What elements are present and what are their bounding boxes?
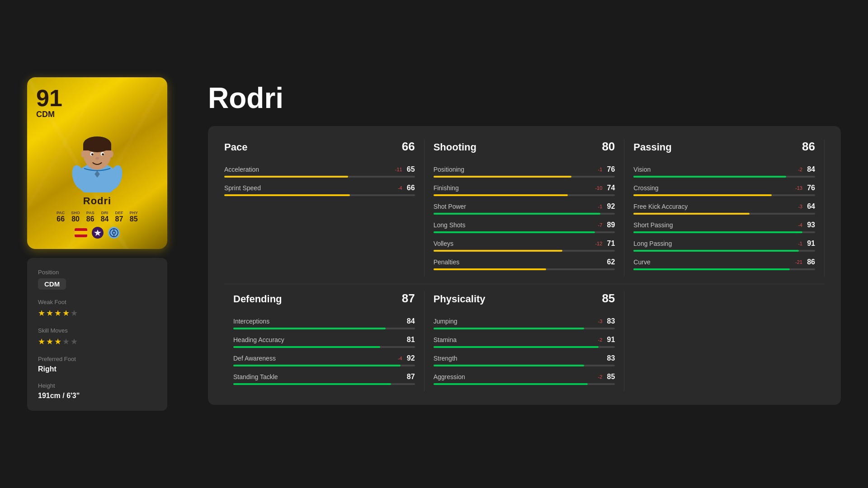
player-card: 91 CDM bbox=[27, 77, 167, 249]
stat-item: Sprint Speed-466 bbox=[224, 184, 415, 196]
stat-bar-fill bbox=[434, 176, 571, 178]
player-name-title: Rodri bbox=[208, 84, 841, 113]
stat-bar-fill bbox=[434, 328, 584, 329]
main-area: Rodri Pace 66 Acceleration-1165Sprint Sp… bbox=[208, 84, 841, 405]
stat-bar-bg bbox=[434, 250, 615, 252]
stat-item: Vision-284 bbox=[633, 165, 815, 178]
stat-bar-fill bbox=[434, 250, 562, 252]
stat-number: 76 bbox=[604, 165, 615, 174]
stat-number: 89 bbox=[604, 221, 615, 229]
stat-name: Sprint Speed bbox=[224, 184, 261, 192]
pace-value: 66 bbox=[402, 140, 415, 154]
stat-item: Penalties62 bbox=[434, 258, 615, 270]
stat-right: -1074 bbox=[595, 184, 615, 192]
stat-bar-bg bbox=[633, 250, 815, 252]
stat-modifier: -2 bbox=[598, 374, 603, 380]
stat-item: Acceleration-1165 bbox=[224, 165, 415, 178]
stat-row: Strength83 bbox=[434, 354, 615, 362]
stat-item: Long Shots-789 bbox=[434, 221, 615, 233]
stat-number: 84 bbox=[804, 165, 815, 174]
stat-bar-fill bbox=[633, 268, 789, 270]
stat-row: Jumping-383 bbox=[434, 317, 615, 325]
stat-row: Def Awareness-492 bbox=[233, 354, 415, 362]
stat-right: -383 bbox=[598, 317, 615, 325]
svg-point-8 bbox=[102, 153, 104, 155]
stat-name: Curve bbox=[633, 258, 650, 266]
stat-modifier: -11 bbox=[395, 167, 402, 172]
physicality-title: Physicality bbox=[434, 293, 486, 305]
stat-right: 84 bbox=[404, 317, 415, 325]
player-svg bbox=[61, 122, 133, 192]
passing-value: 86 bbox=[802, 140, 815, 154]
preferred-foot-row: Preferred Foot Right bbox=[38, 356, 156, 373]
stat-item: Heading Accuracy81 bbox=[233, 336, 415, 348]
svg-rect-4 bbox=[83, 144, 111, 150]
position-row: Position CDM bbox=[38, 269, 156, 290]
passing-stats: Vision-284Crossing-1376Free Kick Accurac… bbox=[633, 165, 815, 270]
stat-number: 66 bbox=[404, 184, 415, 192]
stat-bar-fill bbox=[434, 346, 599, 348]
stat-name: Long Shots bbox=[434, 221, 466, 229]
weak-foot-stars: ★★★★★ bbox=[38, 308, 156, 318]
card-stats-row: PAC 66 SHO 80 PAS 86 DRI 84 DEF 87 PHY 8… bbox=[57, 211, 138, 223]
stat-bar-bg bbox=[633, 194, 815, 196]
empty-category bbox=[624, 291, 825, 391]
stat-name: Positioning bbox=[434, 166, 465, 173]
svg-marker-15 bbox=[94, 230, 101, 236]
stat-right: 83 bbox=[604, 354, 615, 362]
weak-foot-label: Weak Foot bbox=[38, 299, 156, 305]
stat-name: Aggression bbox=[434, 373, 465, 380]
stat-number: 62 bbox=[604, 258, 615, 266]
stat-bar-fill bbox=[233, 383, 391, 385]
defending-header: Defending 87 bbox=[233, 291, 415, 309]
stat-bar-bg bbox=[224, 194, 415, 196]
stat-modifier: -1 bbox=[598, 204, 603, 209]
stat-right: -1271 bbox=[595, 239, 615, 248]
stat-bar-bg bbox=[233, 328, 415, 329]
stat-right: -364 bbox=[798, 202, 815, 211]
stat-item: Jumping-383 bbox=[434, 317, 615, 329]
stat-item: Positioning-176 bbox=[434, 165, 615, 178]
stat-bar-fill bbox=[233, 365, 401, 366]
stat-name: Interceptions bbox=[233, 318, 269, 325]
info-panel: Position CDM Weak Foot ★★★★★ Skill Moves… bbox=[27, 258, 167, 411]
stat-row: Volleys-1271 bbox=[434, 239, 615, 248]
stat-modifier: -4 bbox=[398, 356, 402, 361]
physicality-stats: Jumping-383Stamina-291Strength83Aggressi… bbox=[434, 317, 615, 385]
card-player-name: Rodri bbox=[83, 195, 111, 207]
stat-bar-fill bbox=[633, 176, 786, 178]
preferred-foot-label: Preferred Foot bbox=[38, 356, 156, 362]
stat-right: -192 bbox=[598, 202, 615, 211]
stat-modifier: -3 bbox=[798, 204, 802, 209]
defending-title: Defending bbox=[233, 293, 282, 305]
stat-row: Interceptions84 bbox=[233, 317, 415, 325]
pace-stats: Acceleration-1165Sprint Speed-466 bbox=[224, 165, 415, 196]
height-label: Height bbox=[38, 382, 156, 389]
pace-category: Pace 66 Acceleration-1165Sprint Speed-46… bbox=[224, 140, 425, 277]
position-label: Position bbox=[38, 269, 156, 276]
stat-bar-bg bbox=[233, 383, 415, 385]
stat-item: Free Kick Accuracy-364 bbox=[633, 202, 815, 215]
stat-bar-fill bbox=[434, 213, 601, 215]
stat-row: Finishing-1074 bbox=[434, 184, 615, 192]
stat-modifier: -10 bbox=[595, 185, 602, 191]
player-image bbox=[57, 121, 138, 193]
position-badge: CDM bbox=[38, 278, 66, 290]
defending-category: Defending 87 Interceptions84Heading Accu… bbox=[224, 291, 425, 391]
spacer2 bbox=[224, 284, 825, 291]
stat-name: Short Passing bbox=[633, 221, 673, 229]
stat-item: Volleys-1271 bbox=[434, 239, 615, 252]
stat-name: Finishing bbox=[434, 184, 459, 192]
stat-item: Standing Tackle87 bbox=[233, 373, 415, 385]
stat-item: Shot Power-192 bbox=[434, 202, 615, 215]
stat-modifier: -4 bbox=[398, 185, 402, 191]
stat-bar-bg bbox=[434, 328, 615, 329]
stat-bar-bg bbox=[434, 383, 615, 385]
stat-item: Long Passing-191 bbox=[633, 239, 815, 252]
stat-bar-fill bbox=[224, 176, 348, 178]
stat-row: Short Passing-493 bbox=[633, 221, 815, 229]
stat-bar-bg bbox=[434, 268, 615, 270]
spain-flag bbox=[75, 228, 87, 237]
stat-modifier: -1 bbox=[798, 241, 802, 246]
left-panel: 91 CDM bbox=[27, 77, 190, 411]
